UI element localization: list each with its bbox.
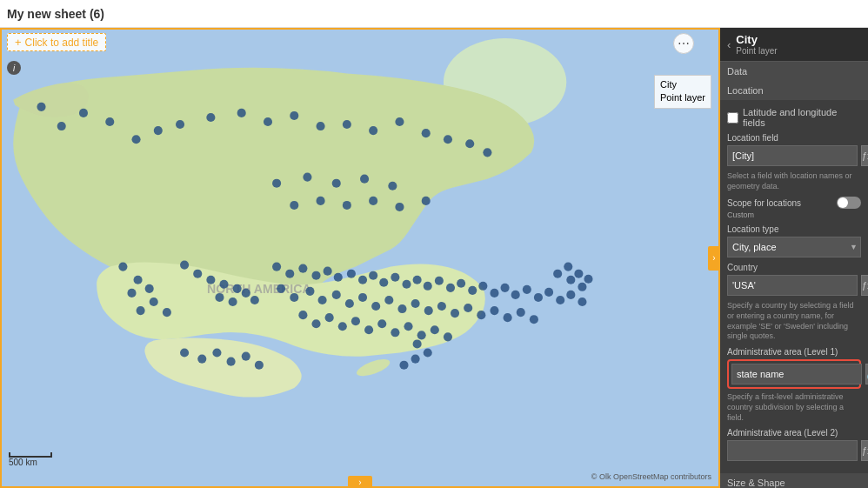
svg-point-21: [465, 139, 474, 148]
map-visualization: NORTH AMERICA: [2, 30, 718, 486]
country-field-input[interactable]: [727, 275, 858, 296]
country-group: Country ƒx ▼ Specify a country by select…: [727, 263, 861, 342]
country-fx-button[interactable]: ƒx: [861, 275, 868, 296]
svg-point-28: [163, 308, 171, 317]
svg-point-31: [193, 270, 202, 278]
svg-point-78: [424, 306, 433, 315]
svg-point-6: [79, 109, 88, 117]
svg-point-30: [180, 261, 189, 270]
svg-point-53: [435, 277, 444, 285]
location-field-group: Location field ƒx ▼ Select a field with …: [727, 133, 861, 191]
svg-point-67: [277, 284, 285, 293]
svg-point-9: [154, 126, 163, 135]
panel-layer-title: City: [736, 33, 777, 46]
lat-lon-checkbox[interactable]: [727, 112, 738, 124]
section-size-shape[interactable]: Size & Shape: [720, 473, 868, 488]
svg-point-94: [391, 328, 399, 337]
svg-point-11: [206, 113, 215, 122]
svg-point-102: [360, 175, 369, 184]
svg-point-44: [334, 273, 343, 282]
svg-point-15: [317, 122, 325, 130]
svg-point-116: [413, 339, 422, 348]
svg-point-40: [285, 270, 294, 278]
location-fx-button[interactable]: ƒx: [861, 145, 868, 166]
admin-area2-input[interactable]: [727, 440, 858, 461]
svg-point-70: [318, 296, 327, 304]
svg-point-80: [451, 309, 459, 318]
svg-point-106: [343, 201, 351, 210]
svg-point-38: [250, 296, 259, 304]
svg-point-33: [219, 280, 228, 289]
svg-point-66: [578, 297, 586, 306]
svg-point-49: [391, 273, 399, 282]
svg-point-45: [347, 270, 356, 278]
svg-point-90: [338, 322, 347, 331]
svg-point-87: [298, 311, 307, 319]
svg-point-95: [404, 322, 412, 331]
svg-point-69: [305, 287, 314, 296]
lat-lon-row: Latitude and longitude fields: [727, 107, 861, 128]
expand-right-arrow[interactable]: ›: [708, 246, 720, 271]
svg-point-85: [517, 308, 525, 317]
svg-point-59: [501, 284, 510, 292]
right-panel: ‹ City Point layer Data Location Latitud…: [720, 28, 868, 488]
scale-bar: 500 km: [9, 452, 52, 467]
svg-point-36: [229, 297, 237, 306]
svg-point-51: [413, 276, 422, 284]
svg-point-88: [311, 319, 320, 328]
svg-point-25: [127, 289, 136, 297]
section-data[interactable]: Data: [720, 62, 868, 81]
sheet-title: My new sheet (6): [7, 7, 104, 21]
admin-area1-input[interactable]: [731, 364, 862, 384]
svg-point-50: [402, 280, 411, 289]
scope-group: Scope for locations Custom: [727, 197, 861, 219]
svg-point-75: [384, 296, 393, 304]
svg-point-107: [369, 197, 377, 205]
section-location[interactable]: Location: [720, 81, 868, 100]
svg-point-125: [584, 275, 592, 284]
scope-toggle[interactable]: [837, 197, 861, 209]
panel-back-button[interactable]: ‹: [727, 38, 731, 51]
svg-point-48: [379, 278, 388, 287]
svg-point-81: [464, 304, 472, 312]
svg-point-92: [364, 325, 373, 334]
location-field-input[interactable]: [727, 145, 858, 166]
svg-point-56: [468, 286, 477, 295]
svg-point-10: [176, 120, 184, 129]
svg-point-7: [105, 117, 114, 126]
location-section-body: Latitude and longitude fields Location f…: [720, 100, 868, 473]
map-options-button[interactable]: ⋯: [673, 33, 694, 54]
top-bar: My new sheet (6): [0, 0, 868, 28]
svg-point-37: [242, 289, 250, 297]
svg-point-114: [242, 352, 250, 361]
svg-point-19: [422, 129, 431, 137]
admin-area2-fx-button[interactable]: ƒx: [861, 440, 868, 461]
svg-point-65: [566, 291, 575, 299]
svg-point-82: [477, 311, 485, 319]
svg-point-68: [290, 293, 298, 302]
location-type-select[interactable]: City, place: [727, 237, 861, 257]
svg-point-124: [578, 283, 586, 291]
add-title-button[interactable]: + Click to add title: [7, 33, 106, 51]
svg-point-97: [431, 325, 439, 334]
svg-point-122: [574, 270, 583, 278]
svg-point-26: [145, 284, 154, 293]
map-title-bar: + Click to add title: [2, 33, 718, 51]
expand-bottom-arrow[interactable]: ›: [348, 476, 372, 488]
svg-point-62: [534, 293, 543, 302]
svg-point-34: [233, 284, 242, 293]
map-attribution: © Olk OpenStreetMap contributors: [591, 472, 711, 481]
svg-point-83: [490, 306, 498, 315]
svg-point-60: [511, 291, 520, 299]
svg-point-109: [422, 197, 431, 205]
svg-point-52: [424, 282, 432, 291]
svg-point-54: [446, 284, 455, 292]
svg-point-57: [478, 282, 487, 291]
svg-point-101: [332, 179, 341, 188]
svg-point-99: [272, 179, 281, 188]
svg-point-16: [343, 120, 351, 129]
svg-point-117: [424, 348, 432, 357]
svg-point-24: [134, 276, 143, 284]
svg-point-123: [566, 276, 575, 284]
svg-point-12: [237, 109, 246, 117]
